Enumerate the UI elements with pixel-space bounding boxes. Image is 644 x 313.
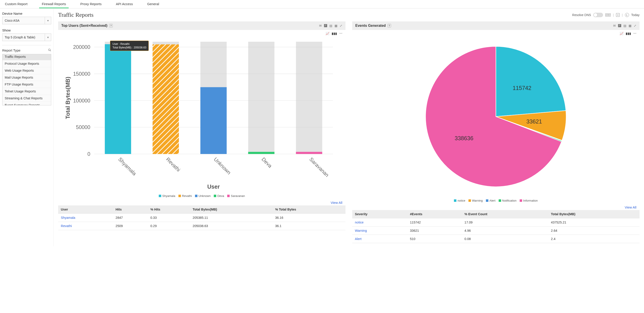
- panel-events: Events Generated ? ✉ 🅿 ▤ ▦ ⤢ 📈 ▮▮▮ 〰: [352, 21, 640, 243]
- search-icon[interactable]: [48, 48, 51, 52]
- bar-chart-icon[interactable]: ▮▮▮: [626, 32, 631, 35]
- divider: [2, 45, 51, 45]
- expand-icon[interactable]: ⤢: [340, 24, 342, 27]
- svg-text:Revathi: Revathi: [165, 156, 182, 173]
- export-x-icon[interactable]: ✕: [616, 13, 620, 17]
- svg-text:115742: 115742: [512, 85, 531, 91]
- mail-icon[interactable]: ✉: [319, 24, 322, 27]
- table-header: Total Bytes(MB): [190, 205, 272, 214]
- report-item[interactable]: Web Usage Reports: [2, 67, 51, 74]
- mail-icon[interactable]: ✉: [613, 24, 616, 27]
- show-select-value: Top 5 (Graph & Table): [5, 35, 35, 39]
- report-item[interactable]: Protocol Usage Reports: [2, 60, 51, 67]
- legend-item[interactable]: Shyamala: [159, 194, 175, 198]
- panel-top-users: Top Users (Sent+Received) ? ✉ 🅿 ▤ ▦ ⤢ 📈 …: [58, 21, 346, 230]
- tab-general[interactable]: General: [144, 0, 162, 8]
- svg-rect-28: [296, 152, 322, 154]
- top-controls: Resolve DNS CSV | ✕ | L Today: [572, 13, 640, 17]
- row-link[interactable]: Alert: [355, 237, 362, 241]
- svg-text:100000: 100000: [73, 98, 90, 104]
- resolve-dns-label: Resolve DNS: [572, 13, 591, 17]
- row-link[interactable]: Warning: [355, 229, 367, 232]
- events-table: Severity#Events% Event CountTotal Bytes(…: [352, 210, 640, 243]
- table-cell: 17.09: [462, 218, 548, 227]
- show-select[interactable]: Top 5 (Graph & Table) ▾: [2, 33, 51, 41]
- expand-icon[interactable]: ⤢: [634, 24, 636, 27]
- tab-proxy-reports[interactable]: Proxy Reports: [78, 0, 104, 8]
- area-chart-icon[interactable]: 📈: [620, 32, 624, 35]
- today-label[interactable]: Today: [631, 13, 640, 17]
- table-header: Severity: [352, 210, 407, 218]
- legend-item[interactable]: Deva: [214, 194, 224, 198]
- legend-item[interactable]: Warning: [468, 199, 483, 202]
- legend-item[interactable]: Revathi: [178, 194, 192, 198]
- svg-text:Total Bytes(MB): Total Bytes(MB): [64, 77, 71, 119]
- svg-rect-27: [296, 42, 322, 154]
- xls-icon[interactable]: ▦: [334, 24, 338, 27]
- legend-item[interactable]: Unknown: [195, 194, 211, 198]
- tab-firewall-reports[interactable]: Firewall Reports: [39, 0, 69, 8]
- page-title: Traffic Reports: [58, 12, 94, 18]
- svg-text:Deva: Deva: [260, 156, 273, 169]
- help-icon[interactable]: ?: [109, 24, 113, 27]
- top-tabs: Custom ReportFirewall ReportsProxy Repor…: [0, 0, 644, 8]
- table-cell: 36.1: [272, 222, 346, 230]
- report-item[interactable]: Streaming & Chat Reports: [2, 95, 51, 102]
- table-header: Hits: [113, 205, 148, 214]
- doc-icon[interactable]: ▤: [624, 24, 626, 27]
- help-icon[interactable]: ?: [388, 24, 391, 27]
- csv-icon[interactable]: CSV: [605, 13, 611, 16]
- report-item[interactable]: Mail Usage Reports: [2, 74, 51, 81]
- line-chart-icon[interactable]: 〰: [633, 32, 636, 35]
- xls-icon[interactable]: ▦: [628, 24, 632, 27]
- table-row: Alert5100.082.4: [352, 235, 640, 243]
- table-row: Shyamala28470.33205385.1136.16: [58, 214, 346, 222]
- pdf-icon[interactable]: 🅿: [618, 24, 621, 27]
- doc-icon[interactable]: ▤: [330, 24, 332, 27]
- chart-tooltip: User : Revathi Total Bytes(MB) : 205038.…: [110, 41, 149, 51]
- clock-icon[interactable]: L: [625, 13, 629, 17]
- chevron-down-icon: ▾: [45, 34, 51, 41]
- view-all-link[interactable]: View All: [331, 201, 342, 204]
- legend-item[interactable]: Saravanan: [227, 194, 245, 198]
- report-type-list: Traffic ReportsProtocol Usage ReportsWeb…: [2, 54, 51, 105]
- table-row: notice11574217.09437525.21: [352, 218, 640, 227]
- svg-text:0: 0: [88, 151, 90, 157]
- tab-api-access[interactable]: API Access: [113, 0, 136, 8]
- table-cell: Shyamala: [58, 214, 113, 222]
- report-item[interactable]: FTP Usage Reports: [2, 81, 51, 88]
- legend-item[interactable]: Notification: [499, 199, 516, 202]
- row-link[interactable]: Revathi: [61, 224, 72, 228]
- report-item[interactable]: Traffic Reports: [2, 54, 51, 60]
- table-cell: 115742: [407, 218, 462, 227]
- tab-custom-report[interactable]: Custom Report: [2, 0, 30, 8]
- legend-item[interactable]: notice: [454, 199, 465, 202]
- report-item[interactable]: Event Summary Reports: [2, 102, 51, 105]
- svg-rect-24: [248, 42, 274, 154]
- bar-chart-icon[interactable]: ▮▮▮: [332, 32, 337, 35]
- area-chart-icon[interactable]: 📈: [326, 32, 330, 35]
- pie-chart: 11574233621338636: [352, 37, 640, 197]
- line-chart-icon[interactable]: 〰: [339, 32, 342, 35]
- table-header: User: [58, 205, 113, 214]
- table-cell: 4.96: [462, 227, 548, 235]
- row-link[interactable]: notice: [355, 221, 364, 224]
- row-link[interactable]: Shyamala: [61, 216, 75, 219]
- legend-item[interactable]: Alert: [486, 199, 496, 202]
- report-item[interactable]: Telnet Usage Reports: [2, 88, 51, 95]
- pie-chart-legend: noticeWarningAlertNotificationInformatio…: [352, 197, 640, 204]
- device-select-value: Cisco ASA: [5, 19, 20, 22]
- show-label: Show: [2, 28, 51, 32]
- device-select[interactable]: Cisco ASA ▾: [2, 17, 51, 24]
- table-header: #Events: [407, 210, 462, 218]
- view-all-link[interactable]: View All: [625, 205, 636, 209]
- table-header: Total Bytes(MB): [548, 210, 640, 218]
- bar-chart-legend: ShyamalaRevathiUnknownDevaSaravanan: [58, 192, 346, 200]
- table-header: % Total Bytes: [272, 205, 346, 214]
- pdf-icon[interactable]: 🅿: [324, 24, 327, 27]
- resolve-dns-toggle[interactable]: [593, 13, 603, 17]
- svg-rect-19: [152, 44, 179, 154]
- svg-text:200000: 200000: [73, 44, 90, 50]
- legend-item[interactable]: Information: [520, 199, 538, 202]
- table-cell: 0.29: [148, 222, 190, 230]
